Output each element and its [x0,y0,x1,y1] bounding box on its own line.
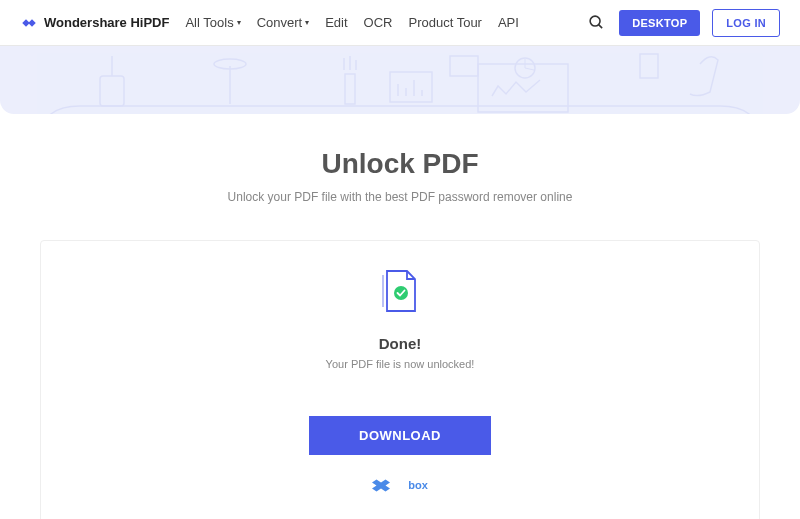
login-button[interactable]: LOG IN [712,9,780,37]
svg-rect-6 [345,74,355,104]
nav-all-tools[interactable]: All Tools▾ [185,15,240,30]
dropbox-icon[interactable] [372,479,390,495]
chevron-down-icon: ▾ [305,18,309,27]
nav-edit[interactable]: Edit [325,15,347,30]
desktop-button[interactable]: DESKTOP [619,10,700,36]
result-card: Done! Your PDF file is now unlocked! DOW… [40,240,760,519]
svg-point-19 [394,286,408,300]
download-button[interactable]: DOWNLOAD [309,416,491,455]
nav: All Tools▾ Convert▾ Edit OCR Product Tou… [185,15,578,30]
page-subtitle: Unlock your PDF file with the best PDF p… [0,190,800,204]
status-message: Your PDF file is now unlocked! [41,358,759,370]
svg-line-1 [599,25,603,29]
brand-logo[interactable]: Wondershare HiPDF [20,14,169,32]
nav-label: All Tools [185,15,233,30]
nav-label: Convert [257,15,303,30]
banner [0,46,800,114]
brand-name: Wondershare HiPDF [44,15,169,30]
svg-rect-16 [450,56,478,76]
svg-rect-2 [100,76,124,106]
main: Unlock PDF Unlock your PDF file with the… [0,114,800,519]
nav-convert[interactable]: Convert▾ [257,15,310,30]
svg-rect-10 [390,72,432,102]
nav-ocr[interactable]: OCR [364,15,393,30]
document-unlocked-icon [381,269,419,313]
cloud-save-row: box [41,479,759,495]
box-icon[interactable]: box [408,479,428,495]
svg-point-0 [590,16,600,26]
page-title: Unlock PDF [0,148,800,180]
search-icon[interactable] [588,14,605,31]
chevron-down-icon: ▾ [237,18,241,27]
nav-api[interactable]: API [498,15,519,30]
svg-rect-18 [640,54,658,78]
banner-illustration [0,46,800,114]
status-title: Done! [41,335,759,352]
logo-icon [20,14,38,32]
header: Wondershare HiPDF All Tools▾ Convert▾ Ed… [0,0,800,46]
nav-product-tour[interactable]: Product Tour [408,15,481,30]
